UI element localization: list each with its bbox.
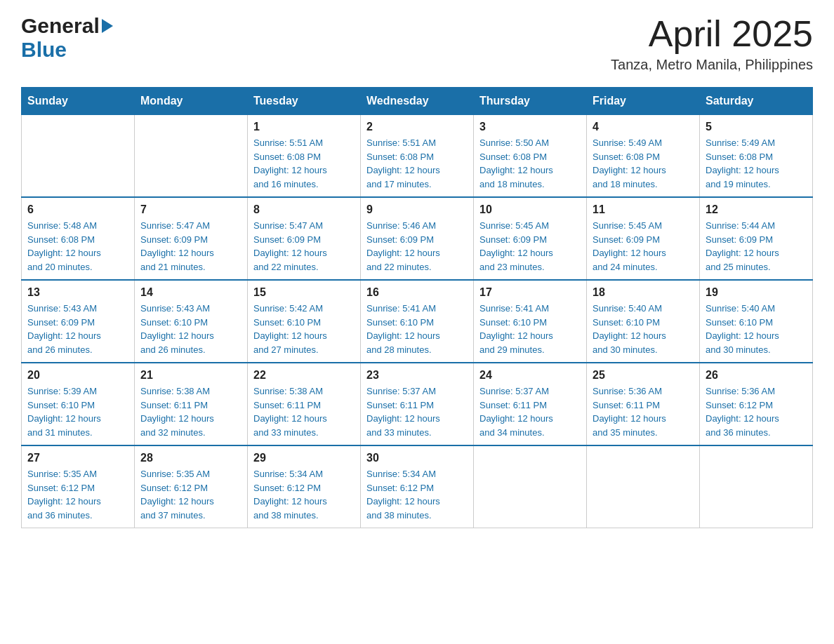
- day-info: Sunrise: 5:48 AMSunset: 6:08 PMDaylight:…: [27, 219, 128, 274]
- day-number: 28: [140, 452, 241, 464]
- day-number: 27: [27, 452, 128, 464]
- month-title: April 2025: [611, 14, 813, 54]
- day-info: Sunrise: 5:43 AMSunset: 6:09 PMDaylight:…: [27, 302, 128, 356]
- logo-arrow-icon: [102, 19, 113, 33]
- calendar-cell: 7Sunrise: 5:47 AMSunset: 6:09 PMDaylight…: [135, 197, 248, 280]
- calendar-cell: 6Sunrise: 5:48 AMSunset: 6:08 PMDaylight…: [22, 197, 135, 280]
- calendar-cell: [587, 445, 700, 528]
- day-number: 24: [479, 369, 581, 382]
- calendar-cell: 17Sunrise: 5:41 AMSunset: 6:10 PMDayligh…: [474, 280, 587, 363]
- calendar-week-row: 6Sunrise: 5:48 AMSunset: 6:08 PMDaylight…: [22, 197, 813, 280]
- day-info: Sunrise: 5:39 AMSunset: 6:10 PMDaylight:…: [27, 384, 128, 439]
- calendar-cell: 30Sunrise: 5:34 AMSunset: 6:12 PMDayligh…: [361, 445, 474, 528]
- day-number: 8: [253, 203, 355, 216]
- day-number: 17: [479, 286, 581, 299]
- calendar-week-row: 13Sunrise: 5:43 AMSunset: 6:09 PMDayligh…: [22, 280, 813, 363]
- day-info: Sunrise: 5:44 AMSunset: 6:09 PMDaylight:…: [706, 219, 807, 274]
- day-number: 26: [706, 369, 807, 382]
- calendar-cell: 1Sunrise: 5:51 AMSunset: 6:08 PMDaylight…: [248, 115, 361, 198]
- day-info: Sunrise: 5:38 AMSunset: 6:11 PMDaylight:…: [140, 384, 241, 439]
- day-info: Sunrise: 5:46 AMSunset: 6:09 PMDaylight:…: [366, 219, 468, 274]
- day-info: Sunrise: 5:45 AMSunset: 6:09 PMDaylight:…: [593, 219, 694, 274]
- location-text: Tanza, Metro Manila, Philippines: [611, 57, 813, 73]
- day-number: 5: [706, 121, 807, 133]
- logo-blue-text: Blue: [21, 38, 67, 61]
- day-info: Sunrise: 5:35 AMSunset: 6:12 PMDaylight:…: [140, 467, 241, 522]
- calendar-cell: 28Sunrise: 5:35 AMSunset: 6:12 PMDayligh…: [135, 445, 248, 528]
- day-number: 1: [253, 121, 355, 133]
- day-number: 9: [366, 203, 468, 216]
- day-info: Sunrise: 5:51 AMSunset: 6:08 PMDaylight:…: [253, 136, 355, 191]
- day-number: 30: [366, 452, 468, 464]
- day-info: Sunrise: 5:49 AMSunset: 6:08 PMDaylight:…: [593, 136, 694, 191]
- day-number: 20: [27, 369, 128, 382]
- calendar-cell: [135, 115, 248, 198]
- calendar-cell: 25Sunrise: 5:36 AMSunset: 6:11 PMDayligh…: [587, 363, 700, 445]
- day-info: Sunrise: 5:51 AMSunset: 6:08 PMDaylight:…: [366, 136, 468, 191]
- day-number: 6: [27, 203, 128, 216]
- day-info: Sunrise: 5:40 AMSunset: 6:10 PMDaylight:…: [593, 302, 694, 356]
- day-info: Sunrise: 5:34 AMSunset: 6:12 PMDaylight:…: [366, 467, 468, 522]
- calendar-cell: 9Sunrise: 5:46 AMSunset: 6:09 PMDaylight…: [361, 197, 474, 280]
- day-info: Sunrise: 5:47 AMSunset: 6:09 PMDaylight:…: [140, 219, 241, 274]
- calendar-cell: 27Sunrise: 5:35 AMSunset: 6:12 PMDayligh…: [22, 445, 135, 528]
- calendar-cell: [22, 115, 135, 198]
- calendar-cell: 19Sunrise: 5:40 AMSunset: 6:10 PMDayligh…: [700, 280, 813, 363]
- day-number: 14: [140, 286, 241, 299]
- calendar-cell: 18Sunrise: 5:40 AMSunset: 6:10 PMDayligh…: [587, 280, 700, 363]
- calendar-cell: 5Sunrise: 5:49 AMSunset: 6:08 PMDaylight…: [700, 115, 813, 198]
- day-info: Sunrise: 5:45 AMSunset: 6:09 PMDaylight:…: [479, 219, 581, 274]
- day-info: Sunrise: 5:40 AMSunset: 6:10 PMDaylight:…: [706, 302, 807, 356]
- day-info: Sunrise: 5:42 AMSunset: 6:10 PMDaylight:…: [253, 302, 355, 356]
- calendar-cell: 29Sunrise: 5:34 AMSunset: 6:12 PMDayligh…: [248, 445, 361, 528]
- weekday-header-tuesday: Tuesday: [248, 88, 361, 115]
- day-info: Sunrise: 5:49 AMSunset: 6:08 PMDaylight:…: [706, 136, 807, 191]
- day-info: Sunrise: 5:47 AMSunset: 6:09 PMDaylight:…: [253, 219, 355, 274]
- calendar-cell: 2Sunrise: 5:51 AMSunset: 6:08 PMDaylight…: [361, 115, 474, 198]
- calendar-cell: 14Sunrise: 5:43 AMSunset: 6:10 PMDayligh…: [135, 280, 248, 363]
- day-number: 7: [140, 203, 241, 216]
- weekday-header-row: SundayMondayTuesdayWednesdayThursdayFrid…: [22, 88, 813, 115]
- day-info: Sunrise: 5:50 AMSunset: 6:08 PMDaylight:…: [479, 136, 581, 191]
- calendar-cell: 16Sunrise: 5:41 AMSunset: 6:10 PMDayligh…: [361, 280, 474, 363]
- day-number: 23: [366, 369, 468, 382]
- calendar-cell: 26Sunrise: 5:36 AMSunset: 6:12 PMDayligh…: [700, 363, 813, 445]
- day-number: 16: [366, 286, 468, 299]
- day-info: Sunrise: 5:37 AMSunset: 6:11 PMDaylight:…: [479, 384, 581, 439]
- day-number: 22: [253, 369, 355, 382]
- day-info: Sunrise: 5:41 AMSunset: 6:10 PMDaylight:…: [366, 302, 468, 356]
- day-number: 21: [140, 369, 241, 382]
- calendar-cell: 8Sunrise: 5:47 AMSunset: 6:09 PMDaylight…: [248, 197, 361, 280]
- day-number: 3: [479, 121, 581, 133]
- calendar-cell: 4Sunrise: 5:49 AMSunset: 6:08 PMDaylight…: [587, 115, 700, 198]
- day-info: Sunrise: 5:43 AMSunset: 6:10 PMDaylight:…: [140, 302, 241, 356]
- day-number: 11: [593, 203, 694, 216]
- day-info: Sunrise: 5:35 AMSunset: 6:12 PMDaylight:…: [27, 467, 128, 522]
- calendar-week-row: 20Sunrise: 5:39 AMSunset: 6:10 PMDayligh…: [22, 363, 813, 445]
- day-info: Sunrise: 5:36 AMSunset: 6:12 PMDaylight:…: [706, 384, 807, 439]
- logo-general-text: General: [21, 14, 100, 38]
- calendar-cell: 3Sunrise: 5:50 AMSunset: 6:08 PMDaylight…: [474, 115, 587, 198]
- day-number: 4: [593, 121, 694, 133]
- calendar-cell: 21Sunrise: 5:38 AMSunset: 6:11 PMDayligh…: [135, 363, 248, 445]
- page-header: General Blue April 2025 Tanza, Metro Man…: [21, 14, 813, 73]
- calendar-week-row: 1Sunrise: 5:51 AMSunset: 6:08 PMDaylight…: [22, 115, 813, 198]
- weekday-header-friday: Friday: [587, 88, 700, 115]
- day-info: Sunrise: 5:38 AMSunset: 6:11 PMDaylight:…: [253, 384, 355, 439]
- calendar-cell: 22Sunrise: 5:38 AMSunset: 6:11 PMDayligh…: [248, 363, 361, 445]
- calendar-cell: [474, 445, 587, 528]
- day-number: 29: [253, 452, 355, 464]
- logo: General Blue: [21, 14, 113, 62]
- calendar-cell: [700, 445, 813, 528]
- calendar-cell: 12Sunrise: 5:44 AMSunset: 6:09 PMDayligh…: [700, 197, 813, 280]
- calendar-cell: 15Sunrise: 5:42 AMSunset: 6:10 PMDayligh…: [248, 280, 361, 363]
- calendar-cell: 11Sunrise: 5:45 AMSunset: 6:09 PMDayligh…: [587, 197, 700, 280]
- day-number: 19: [706, 286, 807, 299]
- day-number: 2: [366, 121, 468, 133]
- day-number: 13: [27, 286, 128, 299]
- day-number: 15: [253, 286, 355, 299]
- calendar-cell: 23Sunrise: 5:37 AMSunset: 6:11 PMDayligh…: [361, 363, 474, 445]
- day-number: 12: [706, 203, 807, 216]
- day-info: Sunrise: 5:34 AMSunset: 6:12 PMDaylight:…: [253, 467, 355, 522]
- calendar-cell: 20Sunrise: 5:39 AMSunset: 6:10 PMDayligh…: [22, 363, 135, 445]
